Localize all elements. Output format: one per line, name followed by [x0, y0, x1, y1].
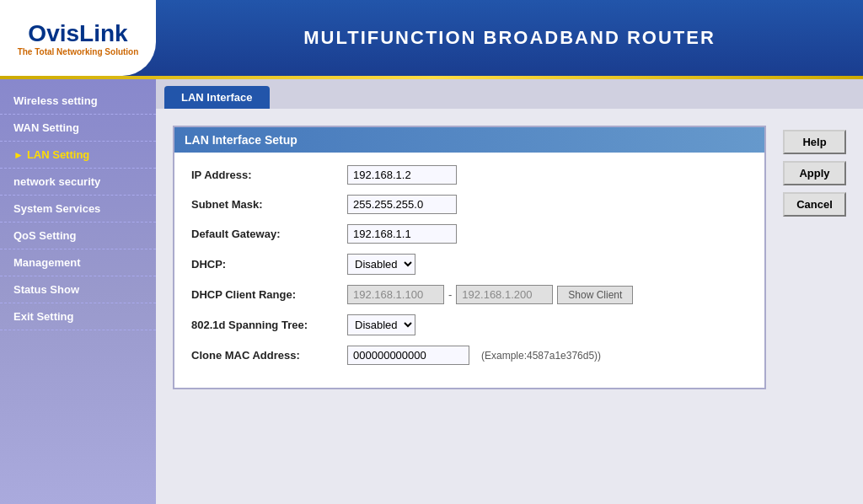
sidebar-label: WAN Setting [13, 121, 79, 134]
clone-mac-row: Clone MAC Address: (Example:4587a1e376d5… [191, 346, 748, 365]
sidebar-item-qos-setting[interactable]: QoS Setting [0, 223, 156, 249]
form-container: LAN Interface Setup IP Address: Subnet M… [173, 126, 846, 389]
sidebar-label: network security [13, 175, 100, 188]
logo-subtitle: The Total Networking Solution [18, 47, 139, 56]
sidebar-item-system-services[interactable]: System Services [0, 196, 156, 223]
clone-mac-input[interactable] [347, 346, 469, 365]
dhcp-label: DHCP: [191, 258, 339, 271]
dhcp-range-end-input[interactable] [456, 285, 553, 304]
form-body: IP Address: Subnet Mask: Default Gateway… [174, 153, 764, 388]
help-button[interactable]: Help [783, 130, 846, 154]
sidebar: Wireless setting WAN Setting ► LAN Setti… [0, 79, 156, 504]
dhcp-select[interactable]: Disabled Enabled [347, 254, 415, 275]
form-box: LAN Interface Setup IP Address: Subnet M… [173, 126, 766, 389]
logo-text: OvisLink [28, 20, 127, 47]
tab-bar: LAN Interface [156, 79, 863, 109]
sidebar-item-network-security[interactable]: network security [0, 169, 156, 196]
subnet-mask-input[interactable] [347, 195, 457, 214]
dhcp-range-start-input[interactable] [347, 285, 444, 304]
dhcp-range-label: DHCP Client Range: [191, 288, 339, 301]
sidebar-item-management[interactable]: Management [0, 249, 156, 276]
default-gateway-label: Default Gateway: [191, 228, 339, 240]
sidebar-label: Exit Setting [13, 310, 74, 323]
tab-lan-interface[interactable]: LAN Interface [164, 86, 270, 109]
sidebar-label: System Services [13, 202, 100, 215]
sidebar-label: Wireless setting [13, 94, 98, 107]
header-title: MULTIFUNCTION BROADBAND ROUTER [156, 27, 863, 49]
apply-button[interactable]: Apply [783, 161, 846, 185]
sidebar-label: Status Show [13, 283, 79, 296]
dhcp-row: DHCP: Disabled Enabled [191, 254, 748, 275]
logo-area: OvisLink The Total Networking Solution [0, 0, 156, 76]
dhcp-range-inputs: - Show Client [347, 285, 633, 304]
spanning-tree-select[interactable]: Disabled Enabled [347, 314, 415, 335]
header: OvisLink The Total Networking Solution M… [0, 0, 863, 76]
form-title: LAN Interface Setup [174, 127, 764, 153]
dhcp-range-row: DHCP Client Range: - Show Client [191, 285, 748, 304]
content-area: LAN Interface LAN Interface Setup IP Add… [156, 79, 863, 504]
sidebar-item-status-show[interactable]: Status Show [0, 276, 156, 303]
sidebar-item-exit-setting[interactable]: Exit Setting [0, 303, 156, 330]
default-gateway-input[interactable] [347, 224, 457, 244]
clone-mac-example: (Example:4587a1e376d5)) [481, 350, 601, 362]
range-dash: - [448, 288, 452, 301]
sidebar-label: Management [13, 256, 80, 269]
spanning-tree-label: 802.1d Spanning Tree: [191, 319, 339, 331]
active-arrow-icon: ► [13, 149, 24, 161]
ip-address-label: IP Address: [191, 169, 339, 181]
spanning-tree-row: 802.1d Spanning Tree: Disabled Enabled [191, 314, 748, 335]
ip-address-input[interactable] [347, 165, 457, 185]
cancel-button[interactable]: Cancel [783, 192, 846, 217]
sidebar-label: QoS Setting [13, 229, 76, 242]
sidebar-item-wireless-setting[interactable]: Wireless setting [0, 88, 156, 115]
sidebar-label: LAN Setting [27, 148, 89, 161]
content-panel: LAN Interface Setup IP Address: Subnet M… [156, 109, 863, 406]
ip-address-row: IP Address: [191, 165, 748, 185]
clone-mac-label: Clone MAC Address: [191, 349, 339, 362]
subnet-mask-label: Subnet Mask: [191, 198, 339, 211]
default-gateway-row: Default Gateway: [191, 224, 748, 244]
sidebar-item-wan-setting[interactable]: WAN Setting [0, 115, 156, 142]
show-client-button[interactable]: Show Client [557, 286, 633, 304]
main-layout: Wireless setting WAN Setting ► LAN Setti… [0, 79, 863, 504]
button-panel: Help Apply Cancel [783, 126, 846, 217]
sidebar-item-lan-setting[interactable]: ► LAN Setting [0, 142, 156, 169]
subnet-mask-row: Subnet Mask: [191, 195, 748, 214]
